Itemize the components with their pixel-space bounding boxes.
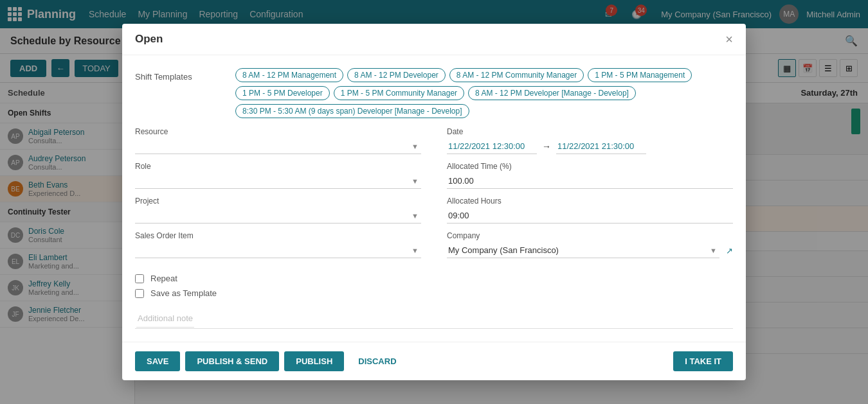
arrow-icon: → xyxy=(542,141,551,152)
i-take-it-button[interactable]: I TAKE IT xyxy=(673,351,733,371)
allocated-time-label: Allocated Time (%) xyxy=(447,162,733,171)
additional-note-placeholder[interactable]: Additional note xyxy=(136,310,194,328)
sales-order-select[interactable] xyxy=(135,243,421,258)
template-tags: 8 AM - 12 PM Management 8 AM - 12 PM Dev… xyxy=(235,68,733,118)
form-left-column: Resource ▼ Role xyxy=(135,127,421,303)
allocated-hours-field: Allocated Hours xyxy=(447,197,733,224)
allocated-time-field: Allocated Time (%) xyxy=(447,162,733,189)
allocated-hours-input[interactable] xyxy=(447,208,733,224)
company-select[interactable]: My Company (San Francisco) xyxy=(447,243,719,258)
project-label: Project xyxy=(135,197,421,206)
allocated-hours-label: Allocated Hours xyxy=(447,197,733,206)
form-right-column: Date → Allocated Time (%) Allocated Hour… xyxy=(447,127,733,303)
template-tag[interactable]: 8:30 PM - 5:30 AM (9 days span) Develope… xyxy=(235,104,469,118)
company-label: Company xyxy=(447,231,733,240)
form-columns: Resource ▼ Role xyxy=(135,127,733,303)
shift-templates-row: Shift Templates 8 AM - 12 PM Management … xyxy=(135,68,733,118)
resource-select[interactable] xyxy=(135,139,421,154)
save-button[interactable]: SAVE xyxy=(135,351,180,371)
template-tag[interactable]: 1 PM - 5 PM Community Manager xyxy=(334,86,464,100)
modal-footer: SAVE PUBLISH & SEND PUBLISH DISCARD I TA… xyxy=(122,342,746,380)
repeat-checkbox[interactable] xyxy=(135,274,144,283)
shift-templates-label: Shift Templates xyxy=(135,68,225,82)
save-template-checkbox[interactable] xyxy=(135,289,144,298)
sales-order-select-wrapper: ▼ xyxy=(135,243,421,258)
publish-send-button[interactable]: PUBLISH & SEND xyxy=(185,351,279,371)
project-field: Project ▼ xyxy=(135,197,421,224)
modal-body: Shift Templates 8 AM - 12 PM Management … xyxy=(122,55,746,342)
close-button[interactable]: × xyxy=(725,33,733,46)
date-end-input[interactable] xyxy=(556,139,646,154)
template-tag[interactable]: 1 PM - 5 PM Management xyxy=(588,68,692,82)
template-tag[interactable]: 8 AM - 12 PM Management xyxy=(235,68,343,82)
external-link-icon[interactable]: ↗ xyxy=(726,246,733,256)
date-start-input[interactable] xyxy=(447,139,537,154)
additional-note-area: Additional note xyxy=(135,308,733,329)
save-template-row: Save as Template xyxy=(135,288,421,298)
sales-order-label: Sales Order Item xyxy=(135,231,421,240)
company-select-wrapper: My Company (San Francisco) ▼ ↗ xyxy=(447,243,733,258)
project-select[interactable] xyxy=(135,208,421,224)
template-tag[interactable]: 8 AM - 12 PM Community Manager xyxy=(449,68,584,82)
resource-field: Resource ▼ xyxy=(135,127,421,154)
company-field: Company My Company (San Francisco) ▼ ↗ xyxy=(447,231,733,258)
template-tag[interactable]: 1 PM - 5 PM Developer xyxy=(235,86,330,100)
resource-label: Resource xyxy=(135,127,421,136)
allocated-time-input[interactable] xyxy=(447,173,733,189)
template-tag[interactable]: 8 AM - 12 PM Developer xyxy=(347,68,446,82)
role-label: Role xyxy=(135,162,421,171)
save-template-label: Save as Template xyxy=(150,288,217,298)
date-row: → xyxy=(447,139,733,154)
modal-title: Open xyxy=(135,33,163,46)
project-select-wrapper: ▼ xyxy=(135,208,421,224)
sales-order-field: Sales Order Item ▼ xyxy=(135,231,421,258)
publish-button[interactable]: PUBLISH xyxy=(284,351,344,371)
discard-button[interactable]: DISCARD xyxy=(349,351,405,371)
checkboxes-area: Repeat Save as Template xyxy=(135,274,421,303)
role-select[interactable] xyxy=(135,173,421,189)
role-select-wrapper: ▼ xyxy=(135,173,421,189)
repeat-label: Repeat xyxy=(150,274,177,283)
resource-select-wrapper: ▼ xyxy=(135,139,421,154)
repeat-row: Repeat xyxy=(135,274,421,283)
template-tag[interactable]: 8 AM - 12 PM Developer [Manage - Develop… xyxy=(468,86,636,100)
role-field: Role ▼ xyxy=(135,162,421,189)
date-field: Date → xyxy=(447,127,733,154)
date-label: Date xyxy=(447,127,733,136)
open-shift-modal: Open × Shift Templates 8 AM - 12 PM Mana… xyxy=(122,24,746,380)
modal-header: Open × xyxy=(122,24,746,55)
modal-backdrop: Open × Shift Templates 8 AM - 12 PM Mana… xyxy=(0,0,868,404)
